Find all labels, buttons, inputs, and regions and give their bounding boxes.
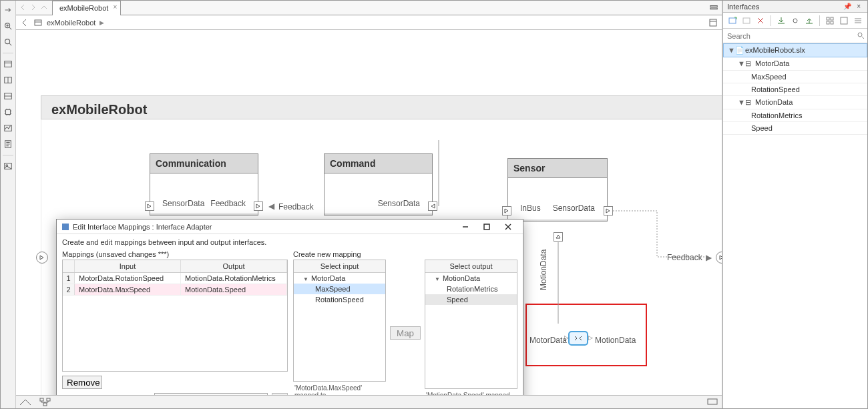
status-right-icon[interactable] [706, 397, 719, 408]
tree-item[interactable]: RotationSpeed [723, 83, 867, 96]
tab-overflow-icon[interactable] [708, 3, 719, 13]
layout1-icon[interactable] [3, 75, 13, 85]
block-sensor[interactable]: Sensor InBus SensorData [507, 158, 608, 222]
adapter-icon[interactable] [568, 331, 588, 346]
zoom-fit-icon[interactable] [3, 37, 13, 47]
scope-icon[interactable] [3, 123, 13, 133]
block-command[interactable]: Command SensorData [324, 153, 433, 216]
remove-button[interactable]: Remove [62, 376, 102, 389]
nav-back-icon[interactable] [19, 3, 27, 13]
chevron-right-icon: ▶ [99, 19, 104, 26]
status-hierarchy-icon[interactable] [39, 397, 52, 408]
panel-menu-icon[interactable] [708, 18, 718, 27]
block-communication[interactable]: Communication SensorData Feedback [150, 153, 258, 216]
tree-item[interactable]: Speed [723, 122, 867, 135]
canvas[interactable]: exMobileRobot Communication SensorData F… [16, 30, 722, 395]
view2-icon[interactable] [837, 15, 850, 27]
port-label: SensorData [162, 199, 204, 208]
add-bus-icon[interactable] [740, 15, 752, 27]
interfaces-panel: Interfaces 📌 × ▼ [722, 1, 867, 408]
close-icon[interactable]: × [854, 3, 863, 10]
tree-node[interactable]: ▼⊟MotionData [723, 96, 867, 109]
dialog-title: Edit Interface Mappings : Interface Adap… [73, 223, 455, 231]
delete-icon[interactable] [754, 15, 767, 27]
svg-point-1 [5, 39, 10, 44]
select-output-tree[interactable]: Select output MotionData RotationMetrics… [425, 260, 517, 389]
layout2-icon[interactable] [3, 91, 13, 101]
tree-node[interactable]: MotorData [294, 273, 385, 284]
tree-item[interactable]: Speed [425, 294, 517, 305]
fx-button[interactable]: fx [272, 393, 288, 395]
svg-rect-12 [35, 20, 41, 25]
port-label: MotionData [539, 250, 548, 290]
search-icon [857, 31, 865, 41]
bottom-port-icon[interactable] [554, 232, 563, 242]
link-icon[interactable] [789, 15, 801, 27]
export-icon[interactable] [803, 15, 816, 27]
conversion-select[interactable]: None [154, 393, 268, 395]
minimize-button[interactable] [455, 220, 476, 234]
view1-icon[interactable] [823, 15, 836, 27]
tree-node[interactable]: MotionData [425, 273, 517, 284]
panel-icon[interactable] [3, 59, 13, 69]
interfaces-tree[interactable]: ▼📄exMobileRobot.slx ▼⊟MotorData MaxSpeed… [723, 43, 867, 408]
map-button[interactable]: Map [390, 326, 421, 340]
in-port-icon[interactable] [502, 206, 511, 216]
block-title: Command [324, 154, 432, 173]
breadcrumb: exMobileRobot ▶ [16, 15, 722, 30]
tab-exmobilerobot[interactable]: exMobileRobot [52, 1, 121, 15]
search-box[interactable] [723, 29, 867, 43]
table-row[interactable]: 1 MotorData.RotationSpeed MotionData.Rot… [63, 273, 287, 284]
out-port-icon[interactable] [254, 201, 263, 211]
svg-rect-26 [841, 17, 847, 24]
in-port-icon[interactable] [145, 201, 154, 211]
arrow-right-icon: ▶ [706, 253, 712, 262]
tree-node[interactable]: ▼⊟MotorData [723, 57, 867, 71]
mappings-label: Mappings (unsaved changes ***) [62, 250, 288, 258]
signal-label: Feedback [667, 253, 702, 262]
nav-up-icon[interactable] [40, 3, 48, 13]
select-input-tree[interactable]: Select input MotorData MaxSpeed Rotation… [293, 260, 386, 382]
add-icon[interactable] [726, 15, 738, 27]
svg-rect-22 [827, 17, 829, 20]
tree-header: Select input [294, 260, 385, 273]
table-row[interactable]: 2 MotorData.MaxSpeed MotionData.Speed [63, 284, 287, 296]
pin-icon[interactable]: 📌 [841, 3, 854, 10]
tree-item[interactable]: MaxSpeed [294, 284, 385, 294]
tree-root[interactable]: ▼📄exMobileRobot.slx [723, 43, 867, 57]
external-port-icon[interactable] [36, 252, 48, 264]
nav-fwd-icon[interactable] [29, 3, 37, 13]
breadcrumb-root[interactable]: exMobileRobot [47, 19, 95, 27]
zoom-in-icon[interactable] [3, 21, 13, 31]
app-icon [61, 222, 70, 232]
svg-rect-18 [43, 403, 47, 406]
image-icon[interactable] [3, 161, 13, 171]
panel-title: Interfaces [727, 3, 841, 11]
nav-in-icon[interactable] [3, 5, 13, 15]
search-input[interactable] [726, 31, 857, 41]
out-port-icon[interactable] [604, 206, 613, 216]
mappings-table: Input Output 1 MotorData.RotationSpeed M… [62, 260, 288, 372]
in-port-icon[interactable] [428, 201, 437, 211]
interface-adapter[interactable]: MotorData MotionData ▷ ▷ [525, 304, 647, 366]
chip-icon[interactable] [3, 107, 13, 117]
tree-item[interactable]: RotationMetrics [723, 109, 867, 122]
status-left-icon[interactable] [19, 397, 32, 408]
import-icon[interactable] [775, 15, 787, 27]
dialog-description: Create and edit mappings between input a… [57, 234, 523, 250]
tree-item[interactable]: RotationMetrics [425, 284, 517, 294]
block-title: Sensor [508, 159, 607, 178]
view3-icon[interactable] [852, 15, 865, 27]
maximize-button[interactable] [476, 220, 497, 234]
arrow-right-icon: ▷ [588, 334, 593, 341]
tree-item[interactable]: MaxSpeed [723, 71, 867, 83]
svg-rect-13 [710, 19, 716, 26]
svg-rect-15 [484, 224, 489, 230]
tree-header: Select output [425, 260, 517, 273]
close-button[interactable] [497, 220, 519, 234]
hide-icon[interactable] [20, 18, 29, 27]
note-icon[interactable] [3, 139, 13, 149]
svg-rect-23 [831, 17, 833, 20]
tree-item[interactable]: RotationSpeed [294, 294, 385, 305]
port-label: SensorData [553, 203, 595, 213]
